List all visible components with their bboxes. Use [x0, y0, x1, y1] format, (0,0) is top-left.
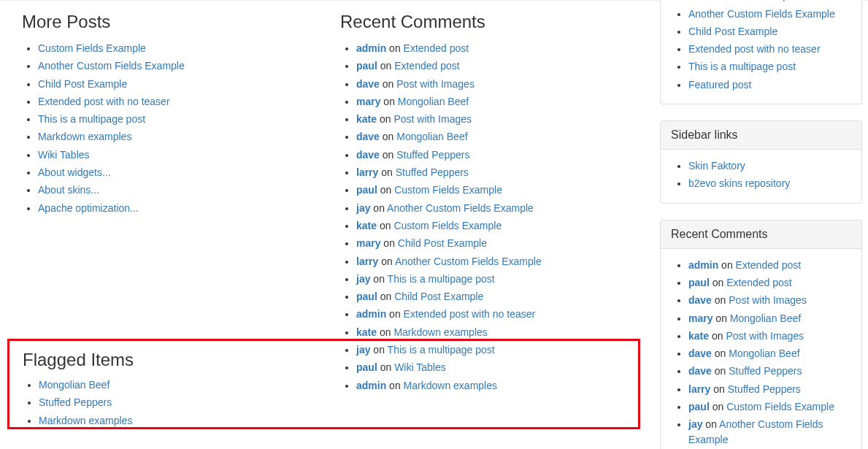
list-item: mary on Child Post Example: [356, 236, 640, 250]
post-link[interactable]: Extended post with no teaser: [38, 96, 170, 107]
comment-post-link[interactable]: This is a multipage post: [388, 273, 495, 285]
flagged-item-link[interactable]: Stuffed Peppers: [39, 396, 112, 408]
comment-post-link[interactable]: Mongolian Beef: [398, 96, 469, 107]
comment-user-link[interactable]: kate: [356, 113, 377, 125]
post-link[interactable]: Child Post Example: [38, 78, 127, 90]
on-text: on: [377, 60, 394, 72]
comment-post-link[interactable]: Markdown examples: [393, 326, 487, 338]
comment-user-link[interactable]: paul: [356, 60, 377, 72]
comment-user-link[interactable]: dave: [688, 365, 712, 377]
comment-post-link[interactable]: Extended post: [404, 42, 469, 54]
comment-post-link[interactable]: Extended post with no teaser: [404, 308, 536, 320]
sidebar-recent-comments-title: Recent Comments: [661, 220, 861, 249]
comment-user-link[interactable]: paul: [356, 184, 377, 196]
list-item: kate on Post with Images: [688, 329, 851, 343]
comment-post-link[interactable]: Extended post: [736, 259, 802, 271]
post-link[interactable]: Featured post: [688, 79, 751, 91]
comment-user-link[interactable]: kate: [688, 330, 709, 342]
sidebar-link[interactable]: b2evo skins repository: [688, 177, 790, 189]
comment-user-link[interactable]: paul: [688, 401, 710, 412]
post-link[interactable]: About skins...: [38, 184, 99, 196]
comment-user-link[interactable]: kate: [356, 326, 377, 338]
on-text: on: [377, 113, 393, 125]
post-link[interactable]: Another Custom Fields Example: [688, 8, 835, 20]
post-link[interactable]: About widgets...: [38, 166, 111, 178]
flagged-item-link[interactable]: Markdown examples: [39, 415, 132, 426]
on-text: on: [370, 202, 387, 214]
flagged-item-link[interactable]: Mongolian Beef: [39, 379, 110, 391]
on-text: on: [718, 259, 735, 271]
comment-user-link[interactable]: larry: [688, 383, 710, 395]
list-item: larry on Stuffed Peppers: [356, 165, 640, 180]
comment-user-link[interactable]: mary: [356, 237, 380, 249]
comment-user-link[interactable]: jay: [688, 418, 702, 430]
sidebar-links-list: Skin Faktory b2evo skins repository: [671, 158, 851, 191]
comment-post-link[interactable]: Mongolian Beef: [730, 312, 801, 324]
comment-user-link[interactable]: paul: [688, 277, 710, 288]
comment-user-link[interactable]: dave: [356, 131, 380, 142]
on-text: on: [378, 166, 395, 178]
post-link[interactable]: This is a multipage post: [688, 61, 796, 72]
list-item: Child Post Example: [688, 24, 851, 39]
list-item: Extended post with no teaser: [688, 42, 851, 56]
list-item: Markdown examples: [39, 413, 625, 428]
comment-post-link[interactable]: Post with Images: [396, 78, 475, 90]
comment-post-link[interactable]: Custom Fields Example: [393, 220, 502, 231]
post-link[interactable]: Custom Fields Example: [38, 42, 146, 54]
post-link[interactable]: Wiki Tables: [38, 149, 90, 161]
comment-user-link[interactable]: larry: [356, 166, 378, 178]
post-link[interactable]: Apache optimization...: [38, 202, 139, 214]
sidebar-link[interactable]: Skin Faktory: [688, 160, 745, 172]
list-item: admin on Extended post: [356, 41, 640, 55]
comment-user-link[interactable]: dave: [688, 294, 712, 306]
comment-post-link[interactable]: Mongolian Beef: [729, 348, 799, 359]
comment-user-link[interactable]: mary: [688, 312, 713, 324]
comment-user-link[interactable]: admin: [688, 259, 718, 271]
post-link[interactable]: Child Post Example: [688, 26, 777, 37]
comment-post-link[interactable]: Child Post Example: [394, 291, 483, 302]
flagged-items-list: Mongolian Beef Stuffed Peppers Markdown …: [23, 377, 625, 428]
comment-post-link[interactable]: Stuffed Peppers: [396, 149, 469, 161]
comment-user-link[interactable]: jay: [356, 273, 370, 285]
on-text: on: [386, 42, 403, 54]
comment-user-link[interactable]: admin: [356, 308, 386, 320]
comment-post-link[interactable]: Post with Images: [393, 113, 472, 125]
on-text: on: [370, 273, 387, 285]
list-item: Extended post with no teaser: [38, 94, 321, 109]
comment-user-link[interactable]: kate: [356, 220, 377, 231]
post-link[interactable]: Extended post with no teaser: [688, 43, 821, 55]
list-item: Featured post: [688, 77, 851, 92]
comment-user-link[interactable]: dave: [688, 348, 712, 359]
comment-post-link[interactable]: Stuffed Peppers: [729, 365, 802, 377]
comment-post-link[interactable]: Extended post: [394, 60, 460, 72]
list-item: kate on Post with Images: [356, 112, 640, 126]
comment-post-link[interactable]: Custom Fields Example: [726, 401, 834, 412]
comment-post-link[interactable]: Stuffed Peppers: [728, 383, 801, 395]
post-link[interactable]: This is a multipage post: [38, 113, 145, 125]
comment-post-link[interactable]: Post with Images: [729, 294, 807, 306]
comment-post-link[interactable]: Stuffed Peppers: [396, 166, 469, 178]
comment-user-link[interactable]: admin: [356, 42, 386, 54]
comment-post-link[interactable]: Extended post: [726, 277, 792, 288]
comment-user-link[interactable]: jay: [356, 202, 370, 214]
comment-user-link[interactable]: dave: [356, 78, 380, 90]
list-item: larry on Stuffed Peppers: [688, 382, 851, 396]
post-link[interactable]: Markdown examples: [38, 131, 131, 142]
comment-post-link[interactable]: Custom Fields Example: [394, 184, 502, 196]
sidebar-posts-widget: Stuffed Peppers Custom Fields Example An…: [660, 0, 862, 104]
post-link[interactable]: Another Custom Fields Example: [38, 60, 185, 72]
comment-user-link[interactable]: paul: [356, 291, 377, 302]
comment-post-link[interactable]: Mongolian Beef: [396, 131, 467, 142]
comment-post-link[interactable]: Post with Images: [726, 330, 804, 342]
on-text: on: [713, 312, 729, 324]
comment-user-link[interactable]: dave: [356, 149, 380, 161]
on-text: on: [377, 184, 394, 196]
list-item: Stuffed Peppers: [39, 395, 625, 410]
comment-post-link[interactable]: Another Custom Fields Example: [395, 256, 542, 267]
comment-user-link[interactable]: larry: [356, 256, 378, 267]
comment-user-link[interactable]: mary: [356, 96, 380, 107]
comment-post-link[interactable]: Child Post Example: [398, 237, 487, 249]
post-link[interactable]: Custom Fields Example: [688, 0, 796, 1]
list-item: About skins...: [38, 183, 321, 197]
comment-post-link[interactable]: Another Custom Fields Example: [387, 202, 534, 214]
